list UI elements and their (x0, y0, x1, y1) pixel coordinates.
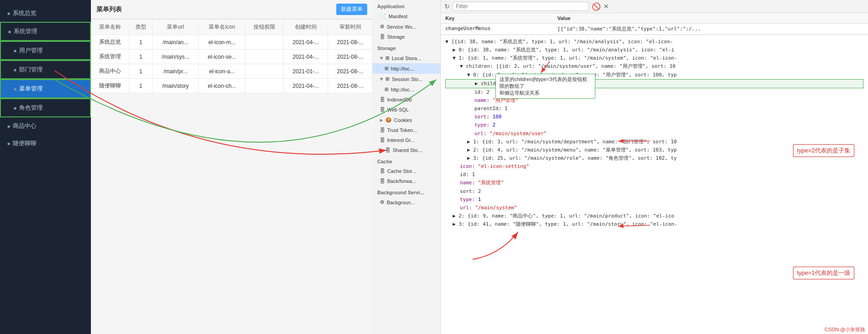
websql-icon: 🗄 (380, 107, 385, 112)
bullet-icon: ■ (7, 141, 10, 146)
kv-table: Key Value changeUserMenus [{"id":38,"nam… (441, 13, 868, 35)
annotation-type1: type=1代表的是一级 (793, 267, 854, 279)
devtools-section-cache: Cache (373, 155, 440, 166)
col-url: 菜单url (152, 20, 198, 35)
clear-icon[interactable]: ✕ (604, 3, 609, 10)
table-row[interactable]: 随便聊聊1/main/storyel-icon-ch...2021-04-...… (91, 79, 373, 93)
storage-table-icon: ⊞ (384, 66, 389, 71)
json-line: type: 2 (445, 121, 863, 129)
sidebar-item-dept[interactable]: ■ 部门管理 (0, 60, 91, 79)
devtools-section-bgservice: Background Servi... (373, 186, 440, 197)
json-line: ▶ 3: {id: 41, name: "随便聊聊", type: 1, url… (445, 220, 863, 228)
trusttoken-icon: 🗄 (380, 127, 385, 133)
json-line: sort: 100 (445, 113, 863, 121)
filter-box (453, 2, 589, 11)
devtools-nav-localstorage-http[interactable]: ⊞ http://loc... (373, 63, 440, 74)
json-line: icon: "el-icon-setting" (445, 162, 863, 171)
devtools-nav-storage-main[interactable]: 🗄 Storage (373, 32, 440, 42)
expand-icon: ▶ (380, 118, 383, 122)
devtools-nav-websql[interactable]: 🗄 Web SQL (373, 105, 440, 115)
service-worker-icon: ⚙ (380, 24, 384, 30)
kv-key-header: Key (441, 13, 553, 24)
kv-value-header: Value (553, 13, 868, 24)
sidebar-item-overview[interactable]: ■ 系统总览 (0, 5, 91, 22)
table-row[interactable]: 系统管理1/main/sys...el-icon-se...2021-04-..… (91, 50, 373, 64)
sidebar: ■ 系统总览 ■ 系统管理 ■ 用户管理 ■ 部门管理 ■ 菜单管理 ■ 角色管… (0, 0, 91, 334)
json-line: ▼ children: [{id: 2, url: "/main/system/… (445, 62, 863, 71)
devtools-nav-indexeddb[interactable]: 🗄 IndexedDB (373, 95, 440, 105)
sidebar-item-product[interactable]: ■ 商品中心 (0, 117, 91, 135)
devtools-nav-sessionstorage[interactable]: ▶ ⊞ Session Sto... (373, 74, 440, 84)
indexeddb-icon: 🗄 (380, 97, 385, 102)
new-menu-button[interactable]: 新建菜单 (336, 4, 367, 15)
devtools-section-application: Application (373, 0, 440, 11)
session-icon: ⊞ (385, 76, 389, 82)
json-line: parentId: 1 (445, 105, 863, 113)
expand-icon: ▶ (379, 77, 384, 81)
manifest-icon: 📄 (380, 13, 386, 19)
bullet-icon: ■ (8, 29, 11, 34)
devtools-nav-cookies[interactable]: ▶ 🍪 Cookies (373, 115, 440, 125)
json-line: url: "/main/system/user" (445, 130, 863, 138)
expand-icon: ▶ (380, 148, 383, 152)
kv-row[interactable]: changeUserMenus [{"id":38,"name":"系统总览",… (441, 24, 868, 35)
bullet-icon: ■ (7, 124, 10, 129)
sidebar-item-role[interactable]: ■ 角色管理 (0, 98, 91, 117)
session-table-icon: ⊞ (384, 86, 389, 92)
devtools-nav-manifest[interactable]: 📄 Manifest (373, 11, 440, 21)
main-content: 菜单列表 新建菜单 菜单名称 类型 菜单url 菜单名icon 按钮权限 创建时… (91, 0, 373, 334)
refresh-icon[interactable]: ↻ (444, 3, 450, 10)
json-line: sort: 2 (445, 187, 863, 196)
annotation-type2: type=2代表的是子集 (793, 144, 854, 157)
json-line: ▼ 1: {id: 1, name: "系统管理", type: 1, url:… (445, 54, 863, 62)
devtools-panel: Application 📄 Manifest ⚙ Service Wo... 🗄… (373, 0, 868, 334)
annotation-children: 这里的children的type=3代表的是按钮权限的数组了和侧边导航没关系 (495, 74, 595, 99)
sidebar-item-system[interactable]: ■ 系统管理 (0, 22, 91, 41)
json-tree-container: ▼ [{id: 38, name: "系统总览", type: 1, url: … (441, 35, 868, 334)
devtools-nav-interestgroups[interactable]: 🗄 Interest Gr... (373, 135, 440, 145)
bullet-icon: ■ (14, 106, 16, 111)
cookies-icon: 🍪 (385, 117, 392, 123)
col-type: 类型 (129, 20, 152, 35)
devtools-section-storage: Storage (373, 42, 440, 53)
col-updated: 审新时间 (328, 20, 373, 35)
bullet-icon: ■ (14, 48, 16, 53)
devtools-nav-localstorage[interactable]: ▶ ⊞ Local Stora... (373, 53, 440, 63)
col-perm: 按钮权限 (245, 20, 284, 35)
json-line: ▶ 2: {id: 9, name: "商品中心", type: 1, url:… (445, 212, 863, 220)
devtools-nav-trusttokens[interactable]: 🗄 Trust Token... (373, 125, 440, 135)
json-line: type: 1 (445, 196, 863, 204)
devtools-nav-cachestorage[interactable]: 🗄 Cache Stor... (373, 166, 440, 176)
json-line: ▼ [{id: 38, name: "系统总览", type: 1, url: … (445, 38, 863, 46)
devtools-nav-sharedstorage[interactable]: ▶ 🗄 Shared Sto... (373, 145, 440, 155)
kv-section: Key Value changeUserMenus [{"id":38,"nam… (441, 13, 868, 35)
bullet-icon: ■ (14, 86, 16, 91)
bullet-icon: ■ (7, 11, 10, 16)
sidebar-item-chat[interactable]: ■ 随便聊聊 (0, 135, 91, 152)
kv-key-cell: changeUserMenus (441, 24, 553, 35)
cache-icon: 🗄 (380, 168, 385, 174)
devtools-toolbar: ↻ 🚫 ✕ (441, 0, 868, 13)
table-header-bar: 菜单列表 新建菜单 (91, 0, 373, 19)
devtools-nav-sessionstorage-http[interactable]: ⊞ http://loc... (373, 84, 440, 95)
page-wrapper: ■ 系统总览 ■ 系统管理 ■ 用户管理 ■ 部门管理 ■ 菜单管理 ■ 角色管… (0, 0, 868, 334)
background-icon: ⚙ (380, 199, 384, 205)
sidebar-item-menu[interactable]: ■ 菜单管理 (0, 79, 91, 98)
devtools-nav-serviceworker[interactable]: ⚙ Service Wo... (373, 21, 440, 32)
devtools-nav: Application 📄 Manifest ⚙ Service Wo... 🗄… (373, 0, 441, 334)
json-tree: ▼ [{id: 38, name: "系统总览", type: 1, url: … (441, 35, 868, 231)
sidebar-item-user[interactable]: ■ 用户管理 (0, 41, 91, 60)
json-line: ▶ 0: {id: 38, name: "系统总览", type: 1, url… (445, 46, 863, 54)
table-row[interactable]: 系统总览1/main/an...el-icon-m...2021-04-...2… (91, 35, 373, 50)
devtools-nav-background[interactable]: ⚙ Backgroun... (373, 197, 440, 207)
col-name: 菜单名称 (91, 20, 130, 35)
expand-icon: ▶ (379, 56, 384, 60)
filter-input[interactable] (456, 3, 586, 10)
bullet-icon: ■ (14, 67, 16, 72)
json-line: url: "/main/system" (445, 204, 863, 212)
devtools-main: ↻ 🚫 ✕ Key Value (441, 0, 868, 334)
json-line: id: 1 (445, 171, 863, 179)
table-row[interactable]: 商品中心1/main/pr...el-icon-a...2021-01-...2… (91, 64, 373, 79)
filter-cancel-icon[interactable]: 🚫 (592, 2, 601, 11)
devtools-nav-backforward[interactable]: 🗄 Back/forwa... (373, 176, 440, 186)
